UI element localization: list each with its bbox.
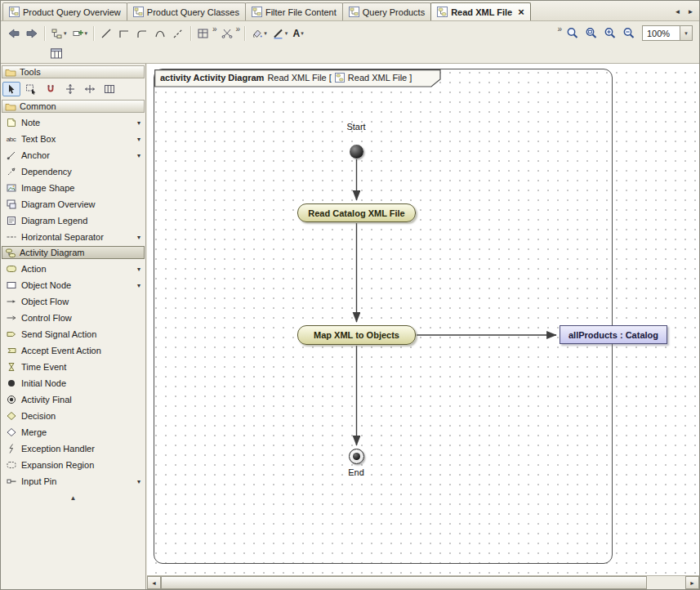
select-tool[interactable] [2,82,20,96]
palette-scroll-up-button[interactable]: ▲ [1,492,145,503]
distribute-vertical-tool[interactable] [61,82,79,96]
palette-item-label: Send Signal Action [21,329,140,339]
dropdown-icon[interactable]: ▾ [137,234,140,241]
toolbar-separator [190,26,191,41]
tab-filter-file-content[interactable]: Filter File Content [245,2,343,20]
object-node-allproducts-catalog[interactable]: allProducts : Catalog [560,325,667,344]
dropdown-icon: ▾ [85,30,88,37]
palette-item-exception-handler[interactable]: Exception Handler [1,440,145,457]
swimlanes-button[interactable] [47,45,65,63]
layout-button[interactable] [194,25,212,42]
overflow-icon[interactable]: » [236,25,241,34]
toolbar-separator [44,26,45,41]
dropdown-icon[interactable]: ▾ [137,136,140,143]
palette-item-diagram-overview[interactable]: Diagram Overview [1,196,145,212]
palette-item-dependency[interactable]: Dependency [1,163,145,180]
line-style-straight-button[interactable] [97,25,115,42]
font-color-button[interactable]: A ▾ [290,25,306,42]
tab-prev-icon: ◄ [675,8,681,16]
tab-label: Product Query Classes [147,7,239,17]
forward-button[interactable] [23,25,41,42]
object-flow-icon [6,296,17,307]
cut-button[interactable] [218,25,235,42]
fill-color-button[interactable]: ▾ [248,25,270,42]
dropdown-icon: ▾ [285,30,288,37]
palette-item-merge[interactable]: Merge [1,424,145,440]
control-flow-icon [6,312,17,324]
scroll-right-icon: ► [689,580,695,586]
zoom-level-select[interactable]: 100% ▾ [642,25,693,41]
tab-read-xml-file[interactable]: Read XML File × [430,2,531,20]
back-button[interactable] [5,25,23,42]
curved-line-icon [154,28,167,39]
palette-item-object-flow[interactable]: Object Flow [1,293,145,310]
overflow-icon[interactable]: » [212,25,217,34]
line-style-rounded-button[interactable] [133,25,151,42]
palette-item-diagram-legend[interactable]: Diagram Legend [1,212,145,229]
zoom-out-button[interactable] [620,25,638,42]
activity-final-dot [353,453,360,460]
scroll-left-icon: ◄ [151,580,157,586]
palette-section-tools[interactable]: Tools [2,65,145,78]
palette-item-initial-node[interactable]: Initial Node [1,375,145,391]
palette-item-time-event[interactable]: Time Event [1,359,145,375]
activity-final-node[interactable] [349,449,364,464]
grid-tool[interactable] [100,82,118,96]
tab-query-products[interactable]: Query Products [342,2,431,20]
dropdown-icon[interactable]: ▾ [137,478,140,485]
line-style-oblique-button[interactable] [169,25,187,42]
line-style-curved-button[interactable] [151,25,169,42]
dropdown-icon[interactable]: ▾ [137,119,140,127]
tab-product-query-overview[interactable]: Product Query Overview [2,2,127,20]
tab-product-query-classes[interactable]: Product Query Classes [127,2,246,20]
palette-item-send-signal-action[interactable]: Send Signal Action [1,326,145,342]
palette-item-action[interactable]: Action ▾ [1,261,145,277]
magnet-tool[interactable] [42,82,60,96]
final-node-label[interactable]: End [332,467,381,477]
tab-scroll-right-button[interactable]: ► [685,6,696,17]
palette-item-input-pin[interactable]: Input Pin ▾ [1,473,145,489]
palette-item-expansion-region[interactable]: Expansion Region [1,457,145,473]
line-color-button[interactable]: ▾ [270,25,291,42]
dropdown-icon[interactable]: ▾ [137,282,140,289]
dropdown-icon[interactable]: ▾ [137,266,140,273]
tab-scroll-controls: ◄ ► [672,6,696,17]
scroll-right-button[interactable]: ► [685,576,699,589]
palette-item-decision[interactable]: Decision [1,408,145,424]
distribute-horizontal-tool[interactable] [81,82,99,96]
palette-item-image-shape[interactable]: Image Shape [1,180,145,196]
tab-label: Filter File Content [265,7,337,17]
scroll-left-button[interactable]: ◄ [147,576,161,589]
overflow-icon[interactable]: » [557,25,562,34]
horizontal-scrollbar[interactable]: ◄ ► [147,575,699,589]
palette-item-note[interactable]: Note ▾ [1,114,145,131]
action-map-xml-to-objects[interactable]: Map XML to Objects [297,325,416,345]
activity-frame[interactable] [154,69,613,564]
zoom-fit-button[interactable] [582,25,600,42]
diagram-canvas[interactable]: activity Activity Diagram Read XML File … [147,64,699,589]
line-style-rectilinear-button[interactable] [115,25,133,42]
palette-item-label: Text Box [21,134,133,144]
containment-tree-button[interactable]: ▾ [48,25,69,42]
zoom-dropdown-button[interactable]: ▾ [680,26,692,40]
palette-item-activity-final[interactable]: Activity Final [1,391,145,408]
add-element-button[interactable]: ▾ [69,25,91,42]
tab-scroll-left-button[interactable]: ◄ [672,6,683,17]
palette-item-control-flow[interactable]: Control Flow [1,310,145,326]
palette-section-common[interactable]: Common [2,100,145,113]
palette-item-horizontal-separator[interactable]: Horizontal Separator ▾ [1,229,145,245]
palette-item-anchor[interactable]: Anchor ▾ [1,147,145,163]
palette-item-accept-event-action[interactable]: Accept Event Action [1,342,145,359]
palette-item-object-node[interactable]: Object Node ▾ [1,277,145,293]
zoom-in-button[interactable] [601,25,619,42]
palette-section-activity-diagram[interactable]: Activity Diagram [2,246,145,259]
initial-node[interactable] [350,145,363,159]
scrollbar-thumb[interactable] [161,576,647,589]
dropdown-icon[interactable]: ▾ [137,152,140,159]
action-read-catalog-xml-file[interactable]: Read Catalog XML File [297,203,416,222]
marquee-select-tool[interactable] [22,82,40,96]
initial-node-label[interactable]: Start [332,122,381,132]
zoom-region-button[interactable] [564,25,582,42]
tab-close-icon[interactable]: × [518,7,524,16]
palette-item-text-box[interactable]: abc Text Box ▾ [1,131,145,147]
